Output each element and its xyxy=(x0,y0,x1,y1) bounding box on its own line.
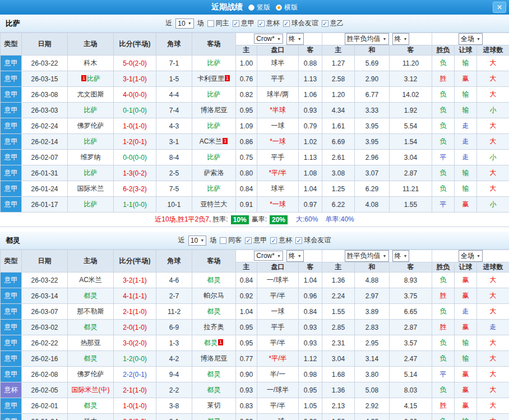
close-icon[interactable]: ✕ xyxy=(493,2,506,13)
goals-result: 大 xyxy=(477,382,509,398)
avg-away-odds: 1.92 xyxy=(390,103,432,118)
league-type-cell: 意甲 xyxy=(1,103,22,118)
avg-odds-dropdown-value: 胜平负均值 xyxy=(347,251,381,261)
away-team-cell: 比萨 xyxy=(192,87,236,103)
filter-checkbox[interactable]: 同主 xyxy=(207,19,229,28)
avg-odds-dropdown[interactable]: 胜平负均值▼ xyxy=(345,250,389,262)
chevron-down-icon: ▼ xyxy=(277,37,281,41)
avg-final-dropdown[interactable]: 终▼ xyxy=(392,33,410,45)
filter-checkbox[interactable]: ✓球会友谊 xyxy=(295,236,331,245)
checkbox-checked-icon[interactable]: ✓ xyxy=(322,20,328,27)
radio-dot xyxy=(277,6,280,9)
team-text: 卡利亚里 xyxy=(197,75,224,82)
checkbox-checked-icon[interactable]: ✓ xyxy=(233,20,239,27)
league-type-cell: 意甲 xyxy=(1,197,22,213)
avg-home-odds: 6.69 xyxy=(322,134,355,150)
checkbox-checked-icon[interactable]: ✓ xyxy=(258,20,265,27)
chevron-down-icon: ▼ xyxy=(404,37,408,41)
odds-company-dropdown[interactable]: Crow*▼ xyxy=(254,251,283,261)
avg-draw-odds: 2.95 xyxy=(355,335,390,351)
checkbox-label: 意杯 xyxy=(266,19,280,28)
avg-final-dropdown[interactable]: 终▼ xyxy=(392,250,410,262)
radio-vertical-layout[interactable]: 竖版 xyxy=(248,3,270,12)
away-odds: 1.13 xyxy=(299,150,322,165)
checkbox-unchecked-icon[interactable] xyxy=(220,237,226,244)
final-odds-dropdown[interactable]: 终▼ xyxy=(286,250,304,262)
league-type-cell: 意甲 xyxy=(1,304,22,320)
avg-away-odds: 6.65 xyxy=(390,304,432,320)
checkbox-checked-icon[interactable]: ✓ xyxy=(270,237,277,244)
team-text: 科木 xyxy=(84,59,98,67)
home-odds: 0.95 xyxy=(236,320,257,335)
final-odds-dropdown[interactable]: 终▼ xyxy=(286,33,304,45)
match-count-dropdown[interactable]: 10▼ xyxy=(175,19,193,29)
home-team-cell: 都灵 xyxy=(68,288,114,304)
corner-score: 2-5 xyxy=(156,165,192,181)
home-odds: 0.92 xyxy=(236,414,257,420)
filter-checkbox[interactable]: ✓球会友谊 xyxy=(283,19,318,28)
match-result: 负 xyxy=(432,181,455,197)
home-odds: 0.75 xyxy=(236,150,257,165)
league-type-cell: 意甲 xyxy=(1,165,22,181)
match-row: 意甲26-03-22科木5-0(2-0)7-1比萨1.00球半0.881.275… xyxy=(1,56,509,71)
avg-odds-dropdown[interactable]: 胜平负均值▼ xyxy=(345,33,389,45)
corner-score: 7-4 xyxy=(156,103,192,118)
goals-result: 走 xyxy=(477,320,509,335)
results-table: 类型日期主场比分(半场)角球客场Crow*▼终▼胜平负均值▼终▼全场▼主盘口客主… xyxy=(0,33,509,213)
team-text: 佛罗伦萨 xyxy=(77,370,104,378)
scope-dropdown[interactable]: 全场▼ xyxy=(459,250,483,262)
games-label: 场 xyxy=(210,236,216,245)
col-header-3: 比分(半场) xyxy=(114,33,156,56)
chevron-down-icon: ▼ xyxy=(476,37,480,41)
radio-icon xyxy=(248,4,254,11)
avg-draw-odds: 3.07 xyxy=(355,165,390,181)
checkbox-unchecked-icon[interactable] xyxy=(207,20,214,27)
away-odds: 0.98 xyxy=(299,367,322,382)
sub-header-5: 客 xyxy=(390,45,432,56)
summary-row: 近10场,胜1平2负7,胜率:10%赢率:20%大:60%单率:40% xyxy=(0,213,509,227)
team-text: 科木 xyxy=(84,417,98,420)
checkbox-label: 球会友谊 xyxy=(291,19,318,28)
avg-home-odds: 1.36 xyxy=(322,382,355,398)
avg-home-odds: 6.22 xyxy=(322,197,355,213)
match-result: 胜 xyxy=(432,71,455,87)
handicap-result: 输 xyxy=(455,56,477,71)
match-count-dropdown-value: 10 xyxy=(178,20,185,27)
match-count-dropdown-value: 10 xyxy=(191,237,198,244)
scope-dropdown-value: 全场 xyxy=(461,251,474,261)
goals-result: 大 xyxy=(477,134,509,150)
home-odds: 0.95 xyxy=(236,103,257,118)
team-text: 热那亚 xyxy=(81,339,101,347)
away-team-cell: 都灵1 xyxy=(192,335,236,351)
match-date: 26-01-24 xyxy=(22,181,68,197)
away-team-cell: 博洛尼亚 xyxy=(192,103,236,118)
away-team-cell: 比萨 xyxy=(192,150,236,165)
corner-score: 10-1 xyxy=(156,197,192,213)
radio-horizontal-layout[interactable]: 横版 xyxy=(276,3,298,12)
checkbox-checked-icon[interactable]: ✓ xyxy=(245,237,252,244)
handicap-line: 一球 xyxy=(257,118,299,134)
team-text: 维罗纳 xyxy=(81,153,101,161)
corner-score: 9-4 xyxy=(156,367,192,382)
filter-checkbox[interactable]: ✓意杯 xyxy=(270,236,292,245)
filter-checkbox[interactable]: ✓意甲 xyxy=(233,19,254,28)
checkbox-checked-icon[interactable]: ✓ xyxy=(295,237,302,244)
avg-draw-odds: 3.33 xyxy=(355,103,390,118)
team-text: 萨索洛 xyxy=(204,169,224,177)
team-section: 比萨近10▼场同主✓意甲✓意杯✓球会友谊✓意乙类型日期主场比分(半场)角球客场C… xyxy=(0,15,509,227)
home-odds: 0.77 xyxy=(236,351,257,367)
match-count-dropdown[interactable]: 10▼ xyxy=(188,236,206,246)
checkbox-checked-icon[interactable]: ✓ xyxy=(283,20,290,27)
team-text: 比萨 xyxy=(87,75,100,82)
avg-odds-group: 胜平负均值▼终▼ xyxy=(322,250,432,262)
filter-checkbox[interactable]: ✓意杯 xyxy=(258,19,280,28)
filter-checkbox[interactable]: ✓意乙 xyxy=(322,19,344,28)
scope-dropdown[interactable]: 全场▼ xyxy=(459,33,483,45)
handicap-line: 一/球半 xyxy=(257,273,299,288)
handicap-result: 赢 xyxy=(455,197,477,213)
odds-company-dropdown-value: Crow* xyxy=(256,35,275,43)
team-text: 国际米兰 xyxy=(77,184,104,192)
filter-checkbox[interactable]: 同客 xyxy=(220,236,242,245)
odds-company-dropdown[interactable]: Crow*▼ xyxy=(254,34,283,44)
filter-checkbox[interactable]: ✓意甲 xyxy=(245,236,267,245)
